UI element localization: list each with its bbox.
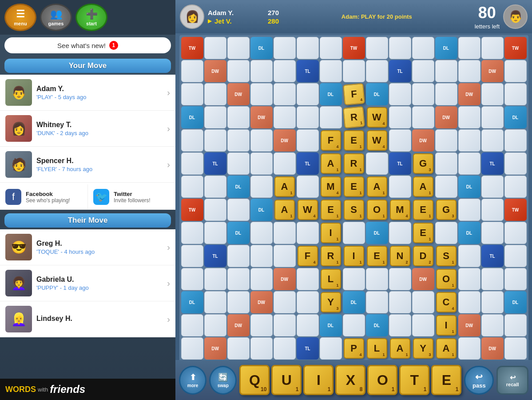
rack-tile-U[interactable]: U1 (271, 365, 302, 395)
cell-1-13[interactable]: DW (481, 60, 504, 82)
cell-0-6[interactable] (320, 37, 342, 59)
cell-10-4[interactable]: DW (274, 268, 296, 290)
cell-8-4[interactable] (274, 222, 296, 244)
cell-8-0[interactable] (181, 222, 203, 244)
twitter-button[interactable]: 🐦 Twitter Invite followers! (88, 184, 175, 210)
cell-0-2[interactable] (227, 37, 250, 59)
cell-6-3[interactable] (250, 176, 273, 198)
cell-7-6[interactable]: E1 (320, 199, 342, 221)
cell-6-12[interactable]: DL (458, 176, 480, 198)
cell-10-2[interactable] (227, 268, 250, 290)
cell-8-2[interactable]: DL (227, 222, 250, 244)
cell-6-11[interactable] (435, 176, 457, 198)
cell-4-12[interactable] (458, 129, 480, 152)
cell-11-14[interactable]: DL (504, 291, 527, 313)
cell-12-0[interactable] (181, 314, 203, 336)
game-item-adam[interactable]: 👨 Adam Y. 'PLAY' - 5 days ago › (0, 75, 175, 111)
cell-10-0[interactable] (181, 268, 203, 290)
cell-2-10[interactable] (412, 83, 434, 105)
more-button[interactable]: ⬆ more (179, 366, 206, 395)
cell-6-14[interactable] (504, 176, 527, 198)
cell-6-8[interactable]: A1 (366, 176, 388, 198)
cell-6-10[interactable]: A1 (412, 176, 434, 198)
cell-1-12[interactable] (458, 60, 480, 82)
cell-11-11[interactable]: C4 (435, 291, 457, 313)
cell-0-13[interactable] (481, 37, 504, 59)
cell-13-6[interactable] (320, 337, 342, 360)
cell-9-3[interactable] (250, 245, 273, 267)
cell-12-8[interactable]: DL (366, 314, 388, 336)
cell-9-13[interactable]: TL (481, 245, 504, 267)
cell-1-7[interactable] (343, 60, 365, 82)
cell-9-7[interactable]: I1 (343, 245, 365, 267)
cell-12-9[interactable] (389, 314, 411, 336)
cell-3-13[interactable] (481, 106, 504, 128)
cell-1-6[interactable] (320, 60, 342, 82)
cell-7-13[interactable] (481, 199, 504, 221)
cell-1-14[interactable] (504, 60, 527, 82)
cell-12-4[interactable] (274, 314, 296, 336)
cell-2-1[interactable] (204, 83, 226, 105)
cell-5-11[interactable] (435, 152, 457, 175)
cell-10-8[interactable] (366, 268, 388, 290)
cell-7-11[interactable]: G3 (435, 199, 457, 221)
cell-0-11[interactable]: DL (435, 37, 457, 59)
cell-12-11[interactable]: I1 (435, 314, 457, 336)
cell-6-6[interactable]: M4 (320, 176, 342, 198)
cell-11-5[interactable] (297, 291, 319, 313)
cell-10-10[interactable]: DW (412, 268, 434, 290)
cell-11-13[interactable] (481, 291, 504, 313)
cell-0-4[interactable] (274, 37, 296, 59)
cell-7-14[interactable]: TW (504, 199, 527, 221)
cell-12-6[interactable]: DL (320, 314, 342, 336)
cell-1-2[interactable] (227, 60, 250, 82)
cell-10-6[interactable]: L1 (320, 268, 342, 290)
cell-13-13[interactable]: DW (481, 337, 504, 360)
cell-11-10[interactable] (412, 291, 434, 313)
cell-8-10[interactable]: E1 (412, 222, 434, 244)
cell-5-7[interactable]: R1 (343, 152, 365, 175)
cell-9-10[interactable]: D2 (412, 245, 434, 267)
cell-1-4[interactable] (274, 60, 296, 82)
cell-4-10[interactable]: DW (412, 129, 434, 152)
cell-13-7[interactable]: P4 (343, 337, 365, 360)
cell-12-1[interactable] (204, 314, 226, 336)
cell-9-5[interactable]: F4 (297, 245, 319, 267)
menu-button[interactable]: ☰ menu (4, 4, 36, 31)
cell-3-8[interactable]: W4 (366, 106, 388, 128)
cell-13-11[interactable]: A1 (435, 337, 457, 360)
cell-1-10[interactable] (412, 60, 434, 82)
cell-7-2[interactable] (227, 199, 250, 221)
cell-0-14[interactable]: TW (504, 37, 527, 59)
cell-11-0[interactable]: DL (181, 291, 203, 313)
cell-4-0[interactable] (181, 129, 203, 152)
cell-2-5[interactable] (297, 83, 319, 105)
cell-13-12[interactable] (458, 337, 480, 360)
cell-5-12[interactable] (458, 152, 480, 175)
cell-1-5[interactable]: TL (297, 60, 319, 82)
game-item-whitney[interactable]: 👩 Whitney T. 'DUNK' - 2 days ago › (0, 111, 175, 147)
rack-tile-I[interactable]: I1 (303, 365, 333, 395)
cell-2-13[interactable] (481, 83, 504, 105)
cell-3-3[interactable]: DW (250, 106, 273, 128)
cell-5-3[interactable] (250, 152, 273, 175)
whats-new-bar[interactable]: See what's new! 1 (4, 37, 171, 53)
cell-4-5[interactable] (297, 129, 319, 152)
cell-1-1[interactable]: DW (204, 60, 226, 82)
rack-tile-Q[interactable]: Q10 (239, 365, 270, 395)
cell-13-10[interactable]: Y3 (412, 337, 434, 360)
cell-4-13[interactable] (481, 129, 504, 152)
cell-6-13[interactable] (481, 176, 504, 198)
rack-tile-O[interactable]: O1 (367, 365, 397, 395)
cell-3-9[interactable] (389, 106, 411, 128)
cell-2-12[interactable]: DW (458, 83, 480, 105)
cell-2-2[interactable]: DW (227, 83, 250, 105)
cell-8-14[interactable] (504, 222, 527, 244)
cell-10-14[interactable] (504, 268, 527, 290)
cell-10-12[interactable] (458, 268, 480, 290)
cell-0-9[interactable] (389, 37, 411, 59)
cell-3-14[interactable]: DL (504, 106, 527, 128)
cell-3-0[interactable]: DL (181, 106, 203, 128)
cell-3-2[interactable] (227, 106, 250, 128)
cell-2-7[interactable]: F4 (343, 83, 365, 105)
